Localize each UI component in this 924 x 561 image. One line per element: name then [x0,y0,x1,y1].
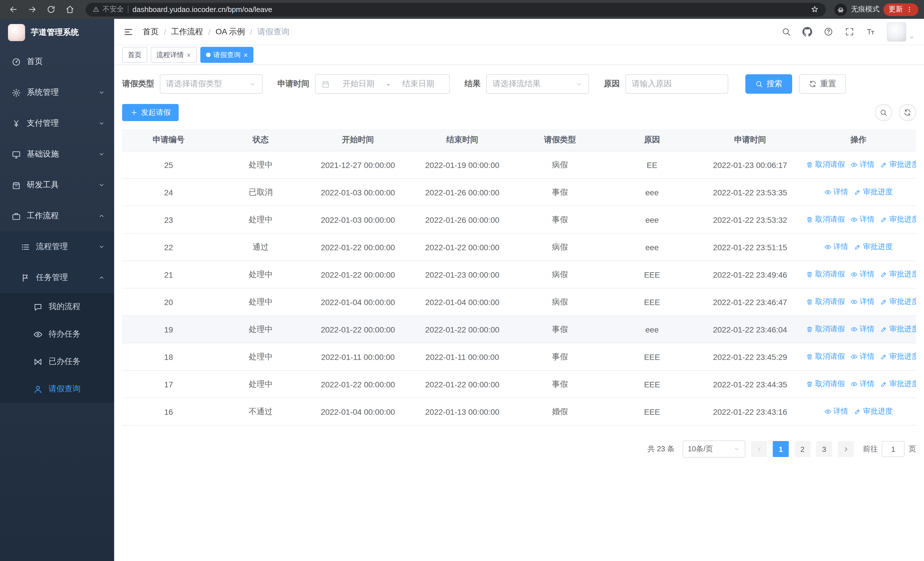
sidebar-item-infrastructure[interactable]: 基础设施 [0,139,114,170]
cancel-leave-link[interactable]: 取消请假 [806,297,845,307]
goto-page-input[interactable] [882,441,904,457]
top-navbar: 首页/工作流程/OA 示例/请假查询 [114,19,924,45]
browser-menu-icon[interactable] [906,6,913,13]
search-button[interactable] [782,27,791,36]
breadcrumb-item[interactable]: 首页 [142,27,159,37]
leave-type-select[interactable]: 请选择请假类型 [160,74,262,94]
search-icon [879,108,888,117]
op-label: 审批进度 [890,352,916,362]
sidebar-item-task-management[interactable]: 任务管理 [0,262,114,293]
reset-button[interactable]: 重置 [799,74,846,94]
prev-page-button[interactable] [751,441,767,457]
column-header: 操作 [801,129,916,151]
refresh-table-button[interactable] [899,104,916,121]
close-icon[interactable]: × [187,51,191,59]
address-bar[interactable]: 不安全 dashboard.yudao.iocoder.cn/bpm/oa/le… [86,3,826,16]
cancel-leave-link[interactable]: 取消请假 [806,352,845,362]
cell-end-time: 2022-01-22 00:00:00 [410,316,515,343]
browser-forward-button[interactable] [24,2,39,17]
page-button-1[interactable]: 1 [773,441,789,457]
sidebar-item-leave-query[interactable]: 请假查询 [0,375,114,403]
sidebar-item-todo-tasks[interactable]: 待办任务 [0,320,114,348]
eye-icon [850,326,858,333]
approval-progress-link[interactable]: 审批进度 [880,352,916,362]
detail-link[interactable]: 详情 [824,187,848,197]
cancel-leave-link[interactable]: 取消请假 [806,215,845,225]
tab-home[interactable]: 首页 [122,47,147,63]
page-size-select[interactable]: 10条/页 [682,441,746,457]
cell-apply-time: 2022-01-22 23:43:16 [699,398,801,425]
filter-form: 请假类型 请选择请假类型 申请时间 开始日期 - 结束日期 [122,74,916,94]
detail-link[interactable]: 详情 [824,242,848,252]
reason-input[interactable]: 请输入原因 [626,74,728,94]
create-leave-button[interactable]: 发起请假 [122,104,178,121]
cell-status: 处理中 [215,206,306,233]
detail-link[interactable]: 详情 [824,406,848,417]
cancel-leave-link[interactable]: 取消请假 [806,324,845,334]
cell-id: 17 [122,370,215,398]
detail-link[interactable]: 详情 [850,352,874,362]
detail-link[interactable]: 详情 [850,379,874,390]
sidebar-item-my-processes[interactable]: 我的流程 [0,293,114,320]
page-button-3[interactable]: 3 [816,441,832,457]
detail-link[interactable]: 详情 [850,269,874,280]
next-page-button[interactable] [838,441,854,457]
sidebar-item-payment-management[interactable]: 支付管理 [0,108,114,139]
toggle-search-button[interactable] [875,104,892,121]
approval-progress-link[interactable]: 审批进度 [880,324,916,334]
monitor-icon [11,149,21,159]
tab-process-detail[interactable]: 流程详情× [151,47,196,63]
page-button-2[interactable]: 2 [795,441,810,457]
create-leave-label: 发起请假 [141,107,171,118]
fullscreen-button[interactable] [844,27,854,36]
approval-progress-link[interactable]: 审批进度 [880,269,916,280]
breadcrumb-item[interactable]: OA 示例 [216,27,245,37]
github-button[interactable] [802,27,812,36]
help-button[interactable] [824,27,833,36]
sidebar-item-workflow[interactable]: 工作流程 [0,200,114,232]
cell-id: 19 [122,316,215,343]
breadcrumb-separator: / [208,27,211,36]
toolbox-icon [11,180,21,190]
sidebar-collapse-button[interactable] [123,27,134,37]
font-size-button[interactable] [866,27,876,36]
sidebar-item-process-management[interactable]: 流程管理 [0,232,114,262]
detail-link[interactable]: 详情 [850,215,874,225]
cell-start-time: 2022-01-04 00:00:00 [306,398,410,425]
sidebar-item-home[interactable]: 首页 [0,46,114,77]
apply-time-range-picker[interactable]: 开始日期 - 结束日期 [315,74,450,94]
breadcrumb-item[interactable]: 工作流程 [171,27,203,37]
approval-progress-link[interactable]: 审批进度 [854,187,892,197]
approval-progress-link[interactable]: 审批进度 [880,297,916,307]
search-submit-button[interactable]: 搜索 [746,74,792,94]
user-menu[interactable] [887,22,915,41]
detail-link[interactable]: 详情 [850,297,874,307]
browser-reload-button[interactable] [44,2,58,17]
cell-operations: 取消请假详情审批进度 [801,343,916,370]
approval-progress-link[interactable]: 审批进度 [854,406,892,417]
cancel-leave-link[interactable]: 取消请假 [806,379,845,390]
site-security-label[interactable]: 不安全 [93,5,124,14]
result-select[interactable]: 请选择流结果 [486,74,589,94]
sidebar-menu: 首页系统管理支付管理基础设施研发工具工作流程流程管理任务管理我的流程待办任务已办… [0,46,114,403]
cancel-leave-link[interactable]: 取消请假 [806,160,845,170]
approval-progress-link[interactable]: 审批进度 [854,242,892,252]
cell-leave-type: 事假 [515,316,604,343]
close-icon[interactable]: × [243,51,248,59]
browser-home-button[interactable] [62,2,77,17]
detail-link[interactable]: 详情 [850,324,874,334]
detail-link[interactable]: 详情 [850,160,874,170]
sidebar-item-system-management[interactable]: 系统管理 [0,77,114,108]
sidebar-item-done-tasks[interactable]: 已办任务 [0,348,114,375]
bookmark-star-icon[interactable] [810,5,819,14]
sidebar-item-dev-tools[interactable]: 研发工具 [0,170,114,200]
app-logo[interactable]: 芋道管理系统 [0,19,114,46]
cancel-leave-link[interactable]: 取消请假 [806,269,845,280]
approval-progress-link[interactable]: 审批进度 [880,379,916,390]
approval-progress-link[interactable]: 审批进度 [880,160,916,170]
browser-update-button[interactable]: 更新 [884,3,918,16]
approval-progress-link[interactable]: 审批进度 [880,215,916,225]
cell-operations: 详情审批进度 [801,398,916,425]
tab-leave-query[interactable]: 请假查询× [200,47,254,63]
browser-back-button[interactable] [6,2,21,17]
